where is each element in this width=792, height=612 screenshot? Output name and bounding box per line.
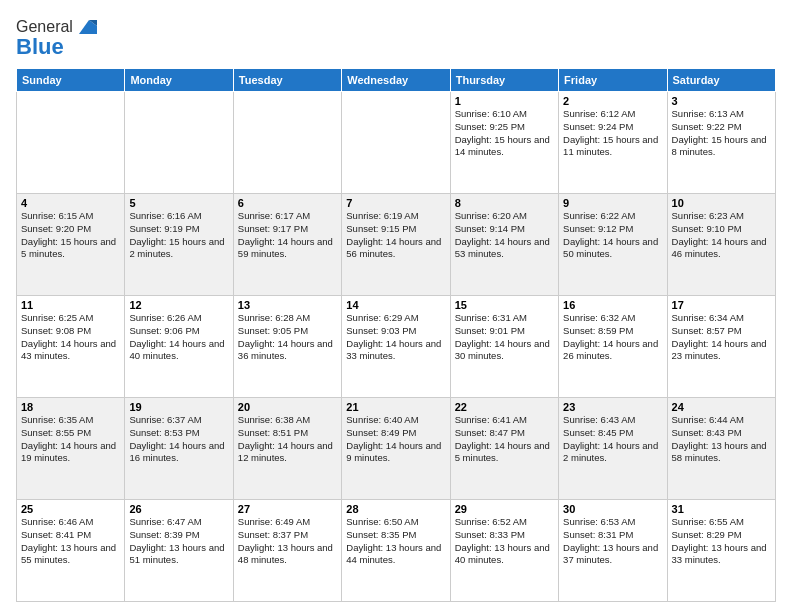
day-info: Sunrise: 6:25 AM Sunset: 9:08 PM Dayligh… — [21, 312, 120, 363]
day-info: Sunrise: 6:16 AM Sunset: 9:19 PM Dayligh… — [129, 210, 228, 261]
day-header-tuesday: Tuesday — [233, 69, 341, 92]
day-header-monday: Monday — [125, 69, 233, 92]
day-number: 11 — [21, 299, 120, 311]
day-header-friday: Friday — [559, 69, 667, 92]
day-number: 20 — [238, 401, 337, 413]
day-number: 19 — [129, 401, 228, 413]
calendar-cell — [233, 92, 341, 194]
day-info: Sunrise: 6:32 AM Sunset: 8:59 PM Dayligh… — [563, 312, 662, 363]
day-info: Sunrise: 6:35 AM Sunset: 8:55 PM Dayligh… — [21, 414, 120, 465]
calendar-cell: 12Sunrise: 6:26 AM Sunset: 9:06 PM Dayli… — [125, 296, 233, 398]
week-row-5: 25Sunrise: 6:46 AM Sunset: 8:41 PM Dayli… — [17, 500, 776, 602]
calendar-cell: 3Sunrise: 6:13 AM Sunset: 9:22 PM Daylig… — [667, 92, 775, 194]
week-row-3: 11Sunrise: 6:25 AM Sunset: 9:08 PM Dayli… — [17, 296, 776, 398]
day-number: 22 — [455, 401, 554, 413]
day-number: 2 — [563, 95, 662, 107]
day-number: 14 — [346, 299, 445, 311]
day-number: 24 — [672, 401, 771, 413]
logo: General Blue — [16, 16, 97, 60]
week-row-4: 18Sunrise: 6:35 AM Sunset: 8:55 PM Dayli… — [17, 398, 776, 500]
calendar-cell: 20Sunrise: 6:38 AM Sunset: 8:51 PM Dayli… — [233, 398, 341, 500]
calendar-cell: 16Sunrise: 6:32 AM Sunset: 8:59 PM Dayli… — [559, 296, 667, 398]
day-header-sunday: Sunday — [17, 69, 125, 92]
day-number: 29 — [455, 503, 554, 515]
logo-blue-text: Blue — [16, 34, 64, 60]
calendar-cell: 7Sunrise: 6:19 AM Sunset: 9:15 PM Daylig… — [342, 194, 450, 296]
calendar-cell: 17Sunrise: 6:34 AM Sunset: 8:57 PM Dayli… — [667, 296, 775, 398]
day-number: 30 — [563, 503, 662, 515]
day-number: 16 — [563, 299, 662, 311]
calendar-cell: 10Sunrise: 6:23 AM Sunset: 9:10 PM Dayli… — [667, 194, 775, 296]
days-header-row: SundayMondayTuesdayWednesdayThursdayFrid… — [17, 69, 776, 92]
day-info: Sunrise: 6:40 AM Sunset: 8:49 PM Dayligh… — [346, 414, 445, 465]
calendar-cell: 4Sunrise: 6:15 AM Sunset: 9:20 PM Daylig… — [17, 194, 125, 296]
day-info: Sunrise: 6:49 AM Sunset: 8:37 PM Dayligh… — [238, 516, 337, 567]
day-info: Sunrise: 6:22 AM Sunset: 9:12 PM Dayligh… — [563, 210, 662, 261]
day-number: 23 — [563, 401, 662, 413]
day-number: 17 — [672, 299, 771, 311]
calendar-cell: 2Sunrise: 6:12 AM Sunset: 9:24 PM Daylig… — [559, 92, 667, 194]
header: General Blue — [16, 16, 776, 60]
day-info: Sunrise: 6:52 AM Sunset: 8:33 PM Dayligh… — [455, 516, 554, 567]
calendar-cell — [17, 92, 125, 194]
calendar-cell — [342, 92, 450, 194]
day-info: Sunrise: 6:34 AM Sunset: 8:57 PM Dayligh… — [672, 312, 771, 363]
calendar-cell: 5Sunrise: 6:16 AM Sunset: 9:19 PM Daylig… — [125, 194, 233, 296]
day-number: 1 — [455, 95, 554, 107]
week-row-1: 1Sunrise: 6:10 AM Sunset: 9:25 PM Daylig… — [17, 92, 776, 194]
day-number: 27 — [238, 503, 337, 515]
day-info: Sunrise: 6:46 AM Sunset: 8:41 PM Dayligh… — [21, 516, 120, 567]
day-number: 28 — [346, 503, 445, 515]
day-info: Sunrise: 6:26 AM Sunset: 9:06 PM Dayligh… — [129, 312, 228, 363]
calendar-cell: 1Sunrise: 6:10 AM Sunset: 9:25 PM Daylig… — [450, 92, 558, 194]
calendar: SundayMondayTuesdayWednesdayThursdayFrid… — [16, 68, 776, 602]
day-number: 8 — [455, 197, 554, 209]
day-info: Sunrise: 6:17 AM Sunset: 9:17 PM Dayligh… — [238, 210, 337, 261]
calendar-cell: 26Sunrise: 6:47 AM Sunset: 8:39 PM Dayli… — [125, 500, 233, 602]
page: General Blue SundayMondayTuesdayWednesda… — [0, 0, 792, 612]
day-info: Sunrise: 6:23 AM Sunset: 9:10 PM Dayligh… — [672, 210, 771, 261]
logo-icon — [75, 16, 97, 38]
day-number: 5 — [129, 197, 228, 209]
calendar-cell: 15Sunrise: 6:31 AM Sunset: 9:01 PM Dayli… — [450, 296, 558, 398]
calendar-cell: 21Sunrise: 6:40 AM Sunset: 8:49 PM Dayli… — [342, 398, 450, 500]
calendar-cell — [125, 92, 233, 194]
day-number: 21 — [346, 401, 445, 413]
calendar-cell: 31Sunrise: 6:55 AM Sunset: 8:29 PM Dayli… — [667, 500, 775, 602]
calendar-cell: 29Sunrise: 6:52 AM Sunset: 8:33 PM Dayli… — [450, 500, 558, 602]
day-info: Sunrise: 6:50 AM Sunset: 8:35 PM Dayligh… — [346, 516, 445, 567]
day-number: 7 — [346, 197, 445, 209]
calendar-cell: 13Sunrise: 6:28 AM Sunset: 9:05 PM Dayli… — [233, 296, 341, 398]
day-info: Sunrise: 6:55 AM Sunset: 8:29 PM Dayligh… — [672, 516, 771, 567]
day-number: 15 — [455, 299, 554, 311]
calendar-cell: 6Sunrise: 6:17 AM Sunset: 9:17 PM Daylig… — [233, 194, 341, 296]
day-info: Sunrise: 6:43 AM Sunset: 8:45 PM Dayligh… — [563, 414, 662, 465]
calendar-cell: 19Sunrise: 6:37 AM Sunset: 8:53 PM Dayli… — [125, 398, 233, 500]
day-info: Sunrise: 6:15 AM Sunset: 9:20 PM Dayligh… — [21, 210, 120, 261]
day-header-thursday: Thursday — [450, 69, 558, 92]
calendar-cell: 23Sunrise: 6:43 AM Sunset: 8:45 PM Dayli… — [559, 398, 667, 500]
day-info: Sunrise: 6:53 AM Sunset: 8:31 PM Dayligh… — [563, 516, 662, 567]
calendar-cell: 14Sunrise: 6:29 AM Sunset: 9:03 PM Dayli… — [342, 296, 450, 398]
day-info: Sunrise: 6:37 AM Sunset: 8:53 PM Dayligh… — [129, 414, 228, 465]
calendar-cell: 28Sunrise: 6:50 AM Sunset: 8:35 PM Dayli… — [342, 500, 450, 602]
day-info: Sunrise: 6:47 AM Sunset: 8:39 PM Dayligh… — [129, 516, 228, 567]
day-number: 3 — [672, 95, 771, 107]
day-info: Sunrise: 6:28 AM Sunset: 9:05 PM Dayligh… — [238, 312, 337, 363]
calendar-cell: 18Sunrise: 6:35 AM Sunset: 8:55 PM Dayli… — [17, 398, 125, 500]
week-row-2: 4Sunrise: 6:15 AM Sunset: 9:20 PM Daylig… — [17, 194, 776, 296]
day-info: Sunrise: 6:31 AM Sunset: 9:01 PM Dayligh… — [455, 312, 554, 363]
calendar-cell: 22Sunrise: 6:41 AM Sunset: 8:47 PM Dayli… — [450, 398, 558, 500]
day-number: 12 — [129, 299, 228, 311]
day-info: Sunrise: 6:41 AM Sunset: 8:47 PM Dayligh… — [455, 414, 554, 465]
day-number: 18 — [21, 401, 120, 413]
day-info: Sunrise: 6:10 AM Sunset: 9:25 PM Dayligh… — [455, 108, 554, 159]
calendar-cell: 27Sunrise: 6:49 AM Sunset: 8:37 PM Dayli… — [233, 500, 341, 602]
day-number: 9 — [563, 197, 662, 209]
day-info: Sunrise: 6:13 AM Sunset: 9:22 PM Dayligh… — [672, 108, 771, 159]
calendar-cell: 30Sunrise: 6:53 AM Sunset: 8:31 PM Dayli… — [559, 500, 667, 602]
day-number: 6 — [238, 197, 337, 209]
calendar-cell: 9Sunrise: 6:22 AM Sunset: 9:12 PM Daylig… — [559, 194, 667, 296]
day-number: 4 — [21, 197, 120, 209]
calendar-cell: 8Sunrise: 6:20 AM Sunset: 9:14 PM Daylig… — [450, 194, 558, 296]
